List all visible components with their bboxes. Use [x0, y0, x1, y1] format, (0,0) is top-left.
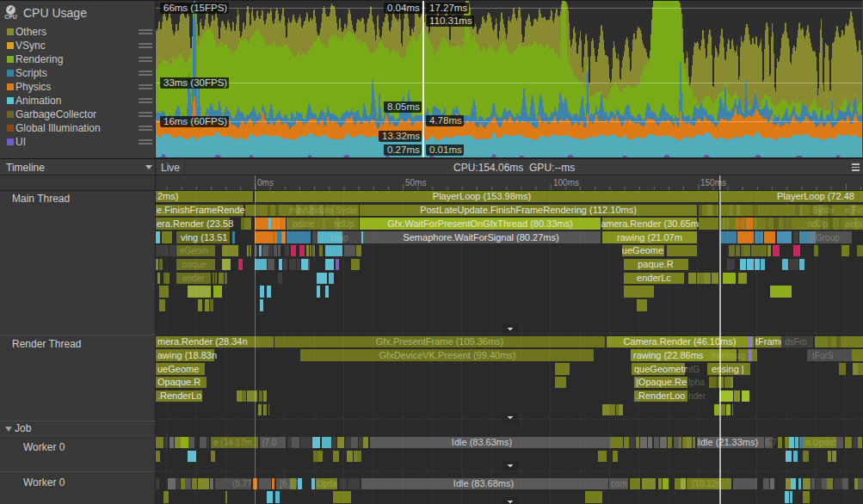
- svg-text:pdate: pdate: [293, 219, 314, 229]
- svg-text:n.Update: n.Update: [805, 438, 841, 447]
- svg-text:roup: roup: [331, 233, 348, 243]
- svg-text:Camera.Render (46.10ms): Camera.Render (46.10ms): [624, 336, 737, 347]
- svg-text:Idle (83.68ms): Idle (83.68ms): [453, 478, 514, 489]
- svg-text:queGeometr: queGeometr: [634, 364, 687, 374]
- svg-text:foreImag: foreImag: [712, 351, 745, 360]
- svg-text:Gfx.WaitForPresentOnGfxThread: Gfx.WaitForPresentOnGfxThread (80.33ms): [387, 218, 572, 229]
- svg-text:66ms (15FPS): 66ms (15FPS): [163, 3, 227, 13]
- svg-text:Idle (83.63ms): Idle (83.63ms): [452, 437, 512, 447]
- svg-text:ueGeome: ueGeome: [157, 364, 199, 374]
- svg-text:era.Render (23.58: era.Render (23.58: [157, 218, 233, 229]
- svg-text:0.01ms: 0.01ms: [429, 144, 462, 155]
- svg-text:GfxDeviceVK.Present (99.40ms): GfxDeviceVK.Present (99.40ms): [379, 350, 516, 360]
- svg-text:|7.0: |7.0: [262, 438, 277, 447]
- svg-text:8.05ms: 8.05ms: [387, 101, 420, 112]
- svg-text:(8.77: (8.77: [232, 479, 252, 489]
- svg-text:Gfx.PresentFrame (109.36ms): Gfx.PresentFrame (109.36ms): [376, 336, 504, 347]
- svg-text:amera.Render (30.65m: amera.Render (30.65m: [601, 218, 699, 229]
- svg-text:PostLateUpdate.FinishFrameRend: PostLateUpdate.FinishFrameRendering (112…: [420, 205, 637, 215]
- svg-text:[6.57: [6.57: [280, 479, 299, 489]
- svg-text:eGeom: eGeom: [180, 246, 208, 255]
- svg-text:Semaphore.WaitForSignal (80.27: Semaphore.WaitForSignal (80.27ms): [403, 232, 558, 243]
- svg-text:Opaque.R: Opaque.R: [157, 377, 200, 387]
- svg-text:6.7: 6.7: [765, 438, 777, 447]
- svg-text:tForS: tForS: [812, 351, 834, 360]
- svg-text:e (14.17m: e (14.17m: [213, 438, 252, 447]
- svg-text:(10.12r: (10.12r: [692, 479, 719, 489]
- svg-text:PlayerLoop (72.48: PlayerLoop (72.48: [777, 191, 854, 201]
- svg-text:4.78ms: 4.78ms: [429, 115, 462, 126]
- svg-text:e.Fin: e.Fin: [845, 206, 863, 215]
- svg-text:0ms: 0ms: [257, 178, 274, 187]
- svg-text:aera: aera: [845, 219, 862, 229]
- svg-text:13.32ms: 13.32ms: [382, 131, 420, 141]
- svg-text:ender: ender: [182, 274, 205, 283]
- svg-text:mera.Render (28.34n: mera.Render (28.34n: [157, 336, 248, 347]
- svg-text:Syste: Syste: [336, 206, 357, 215]
- svg-text:Upda: Upda: [317, 479, 337, 489]
- svg-text:e.FinishFrameRende: e.FinishFrameRende: [157, 205, 245, 215]
- svg-text:2ms): 2ms): [157, 191, 178, 201]
- svg-text:ueGeome: ueGeome: [622, 245, 663, 255]
- svg-text:enderLc: enderLc: [637, 273, 671, 283]
- svg-text:50ms: 50ms: [405, 178, 426, 187]
- svg-text:150ms: 150ms: [700, 178, 726, 187]
- svg-text:.RenderLo: .RenderLo: [157, 390, 201, 401]
- svg-text:Group: Group: [816, 233, 840, 243]
- svg-text:tFrame: tFrame: [755, 336, 786, 347]
- svg-text:ndUp: ndUp: [807, 219, 828, 229]
- svg-text:com: com: [611, 479, 627, 489]
- svg-text:|Opaque.Re: |Opaque.Re: [636, 377, 687, 387]
- svg-text:17.27ms: 17.27ms: [429, 3, 467, 13]
- svg-text:dsFro: dsFro: [785, 337, 807, 347]
- svg-text:ndUp: ndUp: [334, 219, 354, 229]
- svg-text:0.04ms: 0.04ms: [387, 3, 420, 13]
- svg-text:nder: nder: [688, 391, 706, 401]
- svg-text:110.31ms: 110.31ms: [429, 15, 472, 26]
- svg-text:.RenderLoo: .RenderLoo: [636, 390, 686, 401]
- svg-text:mayUpdate: mayUpdate: [289, 206, 334, 215]
- svg-text:33ms (30FPS): 33ms (30FPS): [163, 77, 227, 88]
- svg-text:lpha: lpha: [688, 378, 705, 387]
- svg-text:CPU: CPU: [4, 14, 16, 20]
- svg-text:16ms (60FPS): 16ms (60FPS): [163, 116, 227, 126]
- svg-text:Syste: Syste: [812, 206, 834, 215]
- svg-text:ving (13.51: ving (13.51: [181, 232, 227, 243]
- svg-text:100ms: 100ms: [553, 178, 579, 187]
- svg-text:PlayerLoop (153.98ms): PlayerLoop (153.98ms): [433, 191, 531, 201]
- svg-text:0.27ms: 0.27ms: [387, 144, 420, 155]
- svg-text:paque: paque: [182, 260, 207, 269]
- svg-text:rawing (21.07m: rawing (21.07m: [617, 232, 682, 243]
